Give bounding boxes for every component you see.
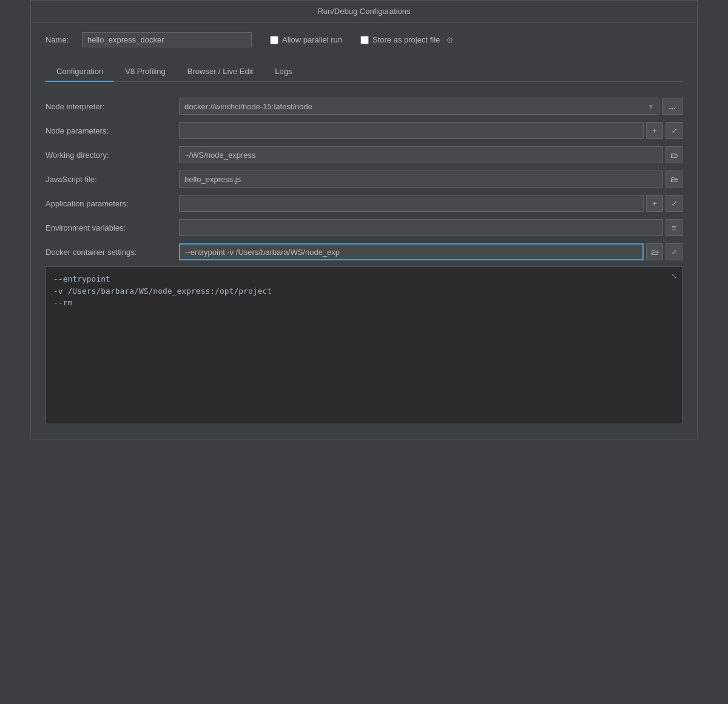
store-project-label: Store as project file (372, 35, 440, 44)
allow-parallel-checkbox[interactable] (270, 36, 278, 44)
name-input[interactable] (82, 32, 252, 47)
working-directory-label: Working directory: (46, 151, 179, 160)
folder-icon-js: 🗁 (670, 175, 678, 184)
allow-parallel-label: Allow parallel run (282, 35, 342, 44)
docker-settings-expand-button[interactable]: ⤢ (666, 243, 682, 260)
plus-icon: + (652, 126, 657, 135)
allow-parallel-group: Allow parallel run (270, 35, 342, 44)
store-project-group: Store as project file ⚙ (360, 35, 454, 45)
node-parameters-input[interactable] (179, 122, 644, 139)
collapse-icon[interactable]: ⤡ (671, 272, 677, 281)
app-parameters-field: + ⤢ (179, 195, 682, 212)
configuration-form: Node interpreter: docker://winchci/node-… (46, 94, 682, 264)
dialog-title: Run/Debug Configurations (317, 7, 410, 16)
dialog-body: Name: Allow parallel run Store as projec… (31, 22, 697, 439)
env-variables-field: ≡ (179, 219, 682, 236)
env-variables-row: Environment variables: ≡ (46, 215, 682, 240)
doc-icon: ≡ (672, 223, 676, 232)
working-directory-field: 🗁 (179, 146, 682, 163)
node-interpreter-value: docker://winchci/node-15:latest/node (184, 102, 312, 111)
tab-browserlive[interactable]: Browser / Live Edit (177, 62, 264, 82)
env-variables-input[interactable] (179, 219, 663, 236)
node-parameters-add-button[interactable]: + (646, 122, 663, 139)
env-variables-browse-button[interactable]: ≡ (666, 219, 682, 236)
name-row: Name: Allow parallel run Store as projec… (46, 32, 682, 47)
app-parameters-label: Application parameters: (46, 199, 179, 208)
name-label: Name: (46, 35, 76, 44)
javascript-file-label: JavaScript file: (46, 175, 179, 184)
app-parameters-row: Application parameters: + ⤢ (46, 191, 682, 215)
expand-icon-docker: ⤢ (672, 248, 677, 256)
javascript-file-input[interactable] (179, 171, 663, 188)
javascript-file-field: 🗁 (179, 171, 682, 188)
dropdown-arrow-icon: ▼ (648, 103, 654, 110)
node-parameters-label: Node parameters: (46, 126, 179, 135)
app-parameters-input[interactable] (179, 195, 644, 212)
working-directory-input[interactable] (179, 146, 663, 163)
interpreter-browse-button[interactable]: ... (662, 98, 682, 115)
run-debug-dialog: Run/Debug Configurations Name: Allow par… (30, 0, 698, 439)
node-parameters-expand-button[interactable]: ⤢ (666, 122, 682, 139)
node-interpreter-field: docker://winchci/node-15:latest/node ▼ .… (179, 98, 682, 115)
tabs-bar: Configuration V8 Profiling Browser / Liv… (46, 62, 682, 82)
docker-settings-field: 🗁 ⤢ (179, 243, 682, 260)
node-interpreter-row: Node interpreter: docker://winchci/node-… (46, 94, 682, 118)
tab-v8profiling[interactable]: V8 Profiling (114, 62, 176, 82)
docker-expanded-area: ⤡ --entrypoint -v /Users/barbara/WS/node… (46, 266, 682, 424)
node-interpreter-select[interactable]: docker://winchci/node-15:latest/node ▼ (179, 98, 659, 115)
expand-icon: ⤢ (672, 127, 677, 135)
env-variables-label: Environment variables: (46, 223, 179, 232)
folder-icon-docker: 🗁 (651, 248, 659, 257)
app-parameters-add-button[interactable]: + (646, 195, 663, 212)
working-directory-browse-button[interactable]: 🗁 (666, 146, 682, 163)
docker-settings-input[interactable] (179, 243, 644, 260)
folder-icon: 🗁 (670, 151, 678, 160)
node-parameters-field: + ⤢ (179, 122, 682, 139)
store-project-checkbox[interactable] (360, 36, 369, 44)
javascript-file-browse-button[interactable]: 🗁 (666, 171, 682, 188)
expand-icon-app: ⤢ (672, 200, 677, 208)
gear-icon[interactable]: ⚙ (446, 35, 454, 45)
javascript-file-row: JavaScript file: 🗁 (46, 167, 682, 191)
node-interpreter-label: Node interpreter: (46, 102, 179, 111)
docker-settings-row: Docker container settings: 🗁 ⤢ (46, 240, 682, 264)
docker-expanded-content[interactable]: --entrypoint -v /Users/barbara/WS/node_e… (53, 273, 675, 309)
tab-configuration[interactable]: Configuration (46, 62, 114, 82)
docker-settings-folder-button[interactable]: 🗁 (646, 243, 663, 260)
docker-settings-label: Docker container settings: (46, 248, 179, 257)
tab-logs[interactable]: Logs (264, 62, 303, 82)
app-parameters-expand-button[interactable]: ⤢ (666, 195, 682, 212)
working-directory-row: Working directory: 🗁 (46, 143, 682, 167)
node-parameters-row: Node parameters: + ⤢ (46, 118, 682, 143)
dialog-titlebar: Run/Debug Configurations (31, 1, 697, 22)
plus-icon-app: + (652, 199, 657, 208)
